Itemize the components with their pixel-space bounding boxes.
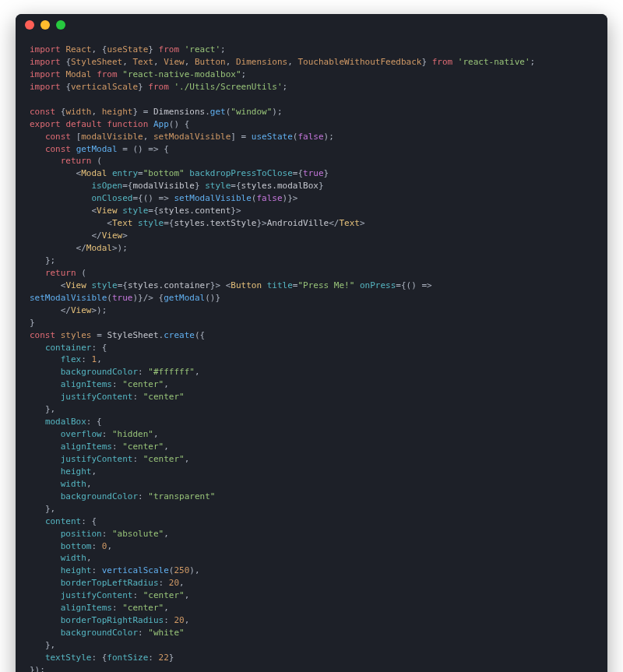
modalbox-width: width — [61, 479, 86, 489]
container-align: center — [128, 379, 159, 389]
zoom-icon[interactable] — [56, 20, 65, 30]
minimize-icon[interactable] — [40, 20, 50, 30]
import-react: React — [65, 44, 91, 55]
textstyle-fontsize: 22 — [159, 653, 169, 663]
content-btlr: 20 — [169, 578, 179, 588]
content-justify: center — [148, 590, 179, 600]
modal-backdrop: true — [303, 168, 324, 178]
modal-view-style: styles.content — [159, 206, 231, 216]
module-react-native: react-native — [463, 57, 524, 67]
import-usestate: useState — [107, 44, 148, 55]
module-modalbox: react-native-modalbox — [128, 69, 236, 79]
getmodal-call: getModal — [164, 293, 205, 303]
modal-style: styles.modalBox — [241, 181, 319, 191]
getmodal-name: getModal — [76, 144, 118, 154]
dims-arg: window — [236, 107, 267, 117]
modal-entry: bottom — [148, 168, 179, 178]
module-react: react — [189, 44, 215, 55]
modalbox-height: height — [61, 466, 92, 477]
onpress-arg: true — [112, 293, 133, 303]
container-justify: center — [148, 392, 179, 402]
import-text: Text — [132, 57, 153, 67]
import-dimensions: Dimensions — [236, 57, 287, 67]
import-button: Button — [195, 57, 226, 67]
state-setter: setModalVisible — [153, 132, 231, 142]
modal-text-style: styles.textStyle — [174, 218, 256, 228]
titlebar — [16, 14, 607, 36]
module-screenutils: ./Utils/ScreenUtils — [179, 82, 277, 92]
content-width: width — [61, 553, 86, 563]
modalbox-align: center — [128, 442, 159, 452]
content-position: absolute — [118, 529, 159, 539]
destructure-height: height — [102, 107, 133, 117]
import-view: View — [164, 57, 185, 67]
modalbox-bg: transparent — [153, 491, 210, 501]
styles-const: styles — [61, 330, 92, 340]
modal-text-content: AndroidVille — [267, 218, 329, 228]
content-height-arg: 250 — [174, 565, 189, 575]
modal-isopen: modalVisible — [132, 181, 194, 191]
modalbox-justify: center — [148, 454, 179, 464]
import-twf: TouchableWithoutFeedback — [297, 57, 421, 67]
state-var: modalVisible — [81, 132, 143, 142]
state-initial: false — [297, 132, 323, 142]
main-container-style: styles.container — [128, 280, 210, 290]
button-title: Press Me! — [303, 280, 350, 290]
modalbox-overflow: hidden — [118, 429, 149, 439]
import-verticalscale: verticalScale — [71, 82, 138, 92]
container-bg: #ffffff — [153, 367, 189, 377]
import-stylesheet: StyleSheet — [71, 57, 122, 67]
content-bg: white — [153, 628, 179, 638]
code-window: import React, {useState} from 'react'; i… — [16, 14, 607, 672]
destructure-width: width — [65, 107, 91, 117]
close-icon[interactable] — [25, 20, 34, 30]
component-name: App — [153, 119, 169, 129]
content-btrr: 20 — [174, 615, 184, 625]
content-align: center — [128, 603, 159, 613]
modal-onclosed-arg: false — [256, 193, 282, 203]
code-block: import React, {useState} from 'react'; i… — [16, 36, 607, 672]
import-modal: Modal — [65, 69, 91, 79]
